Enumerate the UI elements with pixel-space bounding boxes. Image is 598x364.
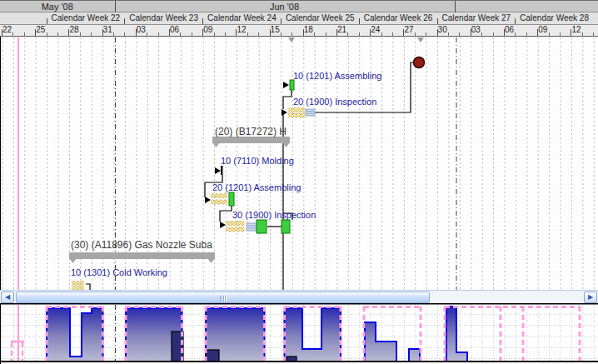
day-tick [593,32,594,36]
day-tick [281,32,282,36]
setup-zigzag-icon[interactable] [288,107,305,117]
day-label: 25 [36,25,45,34]
day-tick [392,32,393,36]
link-arrow-icon [283,82,289,88]
day-tick [247,32,248,36]
day-tick [225,32,226,36]
capacity-requirement-profile[interactable] [446,307,467,362]
order-label[interactable]: (20) (B17272) H [215,126,287,137]
day-tick [526,32,527,36]
day-label: 21 [337,25,346,34]
day-tick [91,32,92,36]
day-label: 06 [505,25,514,34]
setup-zigzag-icon[interactable] [72,281,84,290]
scroll-right-button[interactable]: ▶ [584,292,597,303]
link-line [283,90,292,109]
day-label: 03 [471,25,481,34]
day-tick [292,32,292,36]
week-tick [437,18,438,24]
link-line [86,284,90,290]
capacity-requirement-profile[interactable] [365,322,396,362]
week-label: Calendar Week 22 [52,13,121,22]
week-label: Calendar Week 28 [520,13,589,22]
order-summary-bar[interactable] [212,137,290,147]
load-histogram[interactable] [1,303,598,364]
capacity-requirement-profile[interactable] [285,308,341,362]
operation-bar[interactable] [282,220,290,233]
day-tick [326,32,326,36]
day-tick [560,32,561,36]
setup-zigzag-icon[interactable] [211,193,227,204]
day-tick [481,32,482,36]
operation-bar[interactable] [290,80,294,90]
capacity-requirement-profile[interactable] [47,308,103,362]
horizontal-scrollbar[interactable]: ◀ ▶ [0,290,598,303]
panel-border [1,303,598,305]
day-label: 15 [271,25,280,34]
day-tick [258,32,259,36]
capacity-load-panel[interactable] [0,303,598,364]
milestone-icon[interactable] [414,57,425,68]
operation-label[interactable]: 10 (1301) Cold Working [71,267,167,277]
day-tick [549,32,550,36]
panel-border [1,361,598,362]
week-tick [202,18,203,24]
week-tick [281,18,282,24]
day-tick [147,32,147,36]
day-tick [57,32,58,36]
wait-stripe-icon[interactable] [306,109,315,116]
day-tick [448,32,449,36]
day-label: 31 [103,25,112,34]
month-label [455,1,598,13]
capacity-requirement-profile[interactable] [409,349,420,362]
week-tick [47,18,47,24]
operation-bar[interactable] [229,192,234,206]
day-tick [80,32,81,36]
link-arrow-icon [220,222,226,228]
order-label[interactable]: (30) (A11896) Gas Nozzle Suba [71,239,212,251]
day-tick [158,32,159,36]
month-row: May '08Jun '08 [0,0,598,12]
day-label: 28 [69,25,78,34]
peak-load-bar[interactable] [206,350,219,362]
operation-label[interactable]: 20 (1201) Assembling [212,182,301,192]
link-arrow-icon [205,197,211,203]
day-tick [12,32,13,36]
day-tick [180,32,181,36]
week-label: Calendar Week 23 [129,13,198,22]
operation-label[interactable]: 30 (1900) Inspection [232,210,316,220]
week-tick [124,18,125,24]
scroll-thumb[interactable] [16,292,430,303]
month-divider [455,1,456,13]
operation-label[interactable]: 20 (1900) Inspection [293,97,376,107]
day-tick [493,32,494,36]
day-tick [47,32,47,36]
day-tick [113,32,114,36]
scroll-left-button[interactable]: ◀ [1,292,14,303]
operation-bar[interactable] [257,220,267,233]
date-marker-icon [288,37,295,42]
link-arrow-icon [282,109,287,116]
gantt-canvas[interactable]: (20) (B17272) H(30) (A11896) Gas Nozzle … [1,37,598,290]
operation-bar[interactable] [221,166,223,175]
order-summary-bar[interactable] [69,252,215,263]
wait-stripe-icon[interactable] [247,223,257,231]
week-label: Calendar Week 26 [364,13,433,22]
day-tick [124,32,125,36]
setup-zigzag-icon[interactable] [226,221,245,232]
week-row: Calendar Week 22Calendar Week 23Calendar… [0,12,598,25]
day-label: 03 [137,25,146,34]
day-tick [459,32,460,36]
day-tick [381,32,382,36]
week-label: Calendar Week 24 [207,13,277,22]
gantt-chart-area[interactable]: (20) (B17272) H(30) (A11896) Gas Nozzle … [0,37,598,290]
month-divider [115,1,116,13]
week-label: Calendar Week 27 [442,13,511,22]
day-label: 27 [404,25,413,34]
operation-label[interactable]: 10 (7110) Molding [221,156,294,166]
month-label: Jun '08 [115,1,455,13]
day-tick [415,32,416,36]
operation-label[interactable]: 10 (1201) Assembling [293,71,381,81]
day-label: 06 [170,25,179,34]
week-tick [515,18,516,24]
